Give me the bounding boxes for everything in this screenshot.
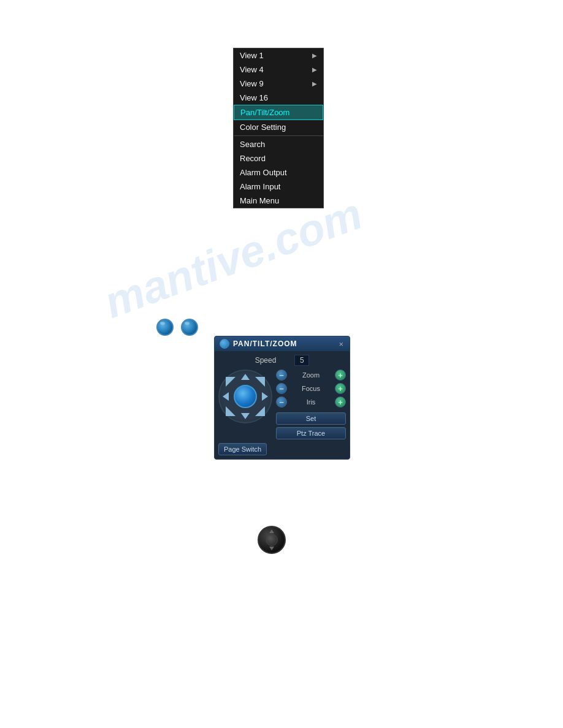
menu-item-alarm-input[interactable]: Alarm Input [234,180,323,194]
zoom-label: Zoom [289,371,332,379]
ptz-close-button[interactable]: × [337,339,345,349]
ptz-titlebar: PAN/TILT/ZOOM × [215,336,350,351]
joystick-center[interactable] [234,385,257,408]
ptz-main-area: − Zoom + − Focus + − Iris + Set Ptz Trac… [218,370,346,439]
menu-item-view9[interactable]: View 9 ▶ [234,77,323,91]
menu-item-color-setting[interactable]: Color Setting [234,120,323,134]
iris-label: Iris [289,398,332,406]
ptz-body: Speed − [215,351,350,459]
menu-item-pan-tilt-zoom[interactable]: Pan/Tilt/Zoom [234,105,323,120]
arrow-left-button[interactable] [223,392,229,401]
arrow-downleft-button[interactable] [226,406,236,416]
zoom-minus-button[interactable]: − [276,370,287,381]
iris-control-row: − Iris + [276,396,346,408]
context-menu: View 1 ▶ View 4 ▶ View 9 ▶ View 16 Pan/T… [233,48,324,208]
focus-plus-button[interactable]: + [335,383,346,394]
set-button[interactable]: Set [276,412,346,425]
watermark: mantive.com [98,188,369,328]
speed-row: Speed [218,355,346,366]
ptz-title-text: PAN/TILT/ZOOM [233,339,297,348]
iris-minus-button[interactable]: − [276,396,287,408]
joystick-small-center [266,534,278,546]
ptz-trace-button[interactable]: Ptz Trace [276,427,346,439]
globe-icon-right[interactable] [181,319,198,336]
submenu-arrow: ▶ [312,80,317,87]
menu-item-main-menu[interactable]: Main Menu [234,194,323,208]
menu-item-record[interactable]: Record [234,151,323,165]
joystick-container [218,370,272,423]
arrow-upright-button[interactable] [255,377,265,387]
page-switch-button[interactable]: Page Switch [218,443,267,455]
focus-control-row: − Focus + [276,383,346,394]
zoom-control-row: − Zoom + [276,370,346,381]
menu-item-alarm-output[interactable]: Alarm Output [234,165,323,180]
speed-input[interactable] [294,355,309,366]
joystick-small-container [258,526,286,554]
menu-item-search[interactable]: Search [234,137,323,151]
joystick-small-icon[interactable] [258,526,286,554]
globe-icons-container [156,319,198,336]
ptz-dialog: PAN/TILT/ZOOM × Speed [214,336,350,460]
menu-item-view4[interactable]: View 4 ▶ [234,63,323,77]
globe-icon-left[interactable] [156,319,174,336]
submenu-arrow: ▶ [312,52,317,59]
submenu-arrow: ▶ [312,66,317,73]
ptz-bottom: Page Switch [218,443,346,455]
arrow-down-button[interactable] [241,413,250,419]
iris-plus-button[interactable]: + [335,396,346,408]
menu-item-view16[interactable]: View 16 [234,91,323,105]
focus-label: Focus [289,385,332,392]
menu-item-view1[interactable]: View 1 ▶ [234,48,323,63]
arrow-up-button[interactable] [241,374,250,380]
arrow-right-button[interactable] [262,392,268,401]
menu-separator [234,135,323,136]
joystick-bg [218,370,272,423]
focus-minus-button[interactable]: − [276,383,287,394]
arrow-downright-button[interactable] [255,406,265,416]
arrow-upleft-button[interactable] [226,377,236,387]
ptz-title-icon [220,339,229,349]
ptz-titlebar-left: PAN/TILT/ZOOM [220,339,297,349]
zoom-plus-button[interactable]: + [335,370,346,381]
speed-label: Speed [255,356,277,365]
ptz-controls: − Zoom + − Focus + − Iris + Set Ptz Trac… [276,370,346,439]
